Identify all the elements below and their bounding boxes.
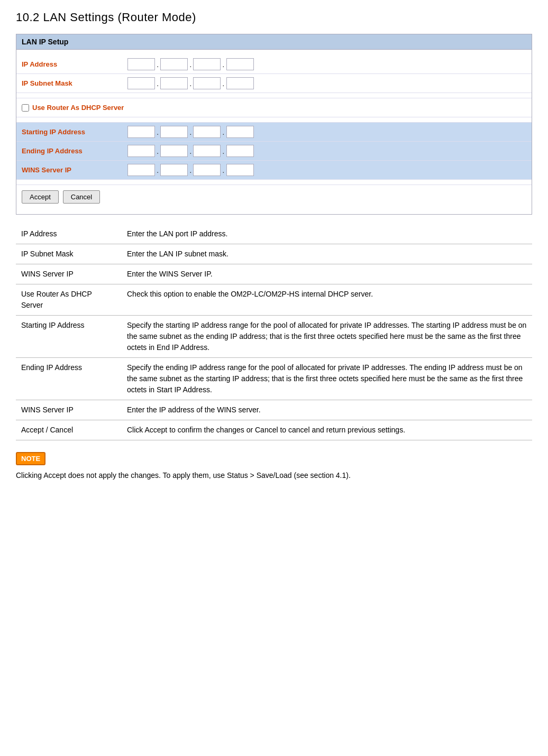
wins-octet-3[interactable]: 0 [193,164,221,176]
subnet-dot-1: . [155,79,160,88]
starting-dot-2: . [188,127,193,136]
ending-ip-octet-3[interactable]: 1 [193,145,221,157]
wins-octet-4[interactable]: 0 [226,164,254,176]
desc-term-4: Starting IP Address [16,316,122,358]
ending-dot-1: . [155,146,160,155]
desc-term-2: WINS Server IP [16,264,122,284]
ending-ip-octet-4[interactable]: 200 [226,145,254,157]
desc-definition-5: Specify the ending IP address range for … [122,358,532,400]
ending-dot-2: . [188,146,193,155]
desc-row-1: IP Subnet MaskEnter the LAN IP subnet ma… [16,244,532,264]
ip-address-octet-3[interactable]: 1 [193,58,221,70]
ending-ip-inputs: 192 . 168 . 1 . 200 [127,145,254,157]
dhcp-checkbox[interactable] [22,104,29,112]
desc-term-7: Accept / Cancel [16,420,122,440]
desc-definition-2: Enter the WINS Server IP. [122,264,532,284]
desc-row-2: WINS Server IPEnter the WINS Server IP. [16,264,532,284]
desc-row-4: Starting IP AddressSpecify the starting … [16,316,532,358]
ip-address-octet-1[interactable]: 192 [127,58,155,70]
subnet-dot-2: . [188,79,193,88]
wins-server-label: WINS Server IP [22,166,127,174]
page-title: 10.2 LAN Settings (Router Mode) [16,11,532,24]
wins-octet-2[interactable]: 0 [160,164,188,176]
wins-octet-1[interactable]: 0 [127,164,155,176]
desc-definition-0: Enter the LAN port IP address. [122,224,532,244]
desc-row-7: Accept / CancelClick Accept to confirm t… [16,420,532,440]
note-icon-row: NOTE [16,452,45,465]
ip-dot-1: . [155,60,160,69]
subnet-octet-2[interactable]: 255 [160,77,188,89]
starting-ip-octet-2[interactable]: 168 [160,126,188,138]
wins-server-inputs: 0 . 0 . 0 . 0 [127,164,254,176]
note-text: Clicking Accept does not apply the chang… [16,469,532,481]
desc-row-6: WINS Server IP Enter the IP address of t… [16,400,532,420]
desc-definition-1: Enter the LAN IP subnet mask. [122,244,532,264]
subnet-octet-4[interactable]: 0 [226,77,254,89]
wins-server-row: WINS Server IP 0 . 0 . 0 . 0 [16,161,532,180]
wins-dot-3: . [221,165,226,174]
desc-term-3: Use Router As DHCP Server [16,284,122,316]
ending-ip-octet-2[interactable]: 168 [160,145,188,157]
ip-address-row: IP Address 192 . 168 . 1 . 1 [16,55,532,74]
ip-dot-2: . [188,60,193,69]
starting-ip-row: Starting IP Address 192 . 168 . 1 . 100 [16,123,532,142]
lan-ip-setup-panel: LAN IP Setup IP Address 192 . 168 . 1 . … [16,34,532,215]
desc-row-5: Ending IP AddressSpecify the ending IP a… [16,358,532,400]
ending-ip-row: Ending IP Address 192 . 168 . 1 . 200 [16,142,532,161]
spacer-1 [16,93,532,98]
ending-ip-label: Ending IP Address [22,147,127,155]
subnet-mask-label: IP Subnet Mask [22,79,127,87]
ip-address-octet-4[interactable]: 1 [226,58,254,70]
desc-definition-7: Click Accept to confirm the changes or C… [122,420,532,440]
wins-dot-1: . [155,165,160,174]
ip-address-label: IP Address [22,60,127,68]
subnet-octet-3[interactable]: 255 [193,77,221,89]
desc-term-5: Ending IP Address [16,358,122,400]
ending-ip-octet-1[interactable]: 192 [127,145,155,157]
starting-ip-octet-3[interactable]: 1 [193,126,221,138]
starting-dot-1: . [155,127,160,136]
desc-row-0: IP AddressEnter the LAN port IP address. [16,224,532,244]
starting-ip-octet-1[interactable]: 192 [127,126,155,138]
spacer-3 [16,180,532,185]
cancel-button[interactable]: Cancel [63,190,100,204]
ip-address-inputs: 192 . 168 . 1 . 1 [127,58,254,70]
dhcp-label: Use Router As DHCP Server [32,104,124,112]
desc-definition-4: Specify the starting IP address range fo… [122,316,532,358]
accept-button[interactable]: Accept [22,190,59,204]
starting-ip-label: Starting IP Address [22,128,127,136]
subnet-dot-3: . [221,79,226,88]
desc-definition-3: Check this option to enable the OM2P-LC/… [122,284,532,316]
note-section: NOTE [16,452,532,465]
desc-term-6: WINS Server IP [16,400,122,420]
ending-dot-3: . [221,146,226,155]
desc-row-3: Use Router As DHCP ServerCheck this opti… [16,284,532,316]
button-row: Accept Cancel [16,185,532,209]
starting-ip-octet-4[interactable]: 100 [226,126,254,138]
subnet-mask-row: IP Subnet Mask 255 . 255 . 255 . 0 [16,74,532,93]
ip-dot-3: . [221,60,226,69]
description-table: IP AddressEnter the LAN port IP address.… [16,224,532,440]
wins-dot-2: . [188,165,193,174]
desc-term-0: IP Address [16,224,122,244]
subnet-mask-inputs: 255 . 255 . 255 . 0 [127,77,254,89]
desc-term-1: IP Subnet Mask [16,244,122,264]
panel-body: IP Address 192 . 168 . 1 . 1 IP Subnet M… [16,50,532,214]
ip-address-octet-2[interactable]: 168 [160,58,188,70]
starting-dot-3: . [221,127,226,136]
spacer-2 [16,117,532,123]
note-badge: NOTE [16,452,45,465]
starting-ip-inputs: 192 . 168 . 1 . 100 [127,126,254,138]
desc-definition-6: Enter the IP address of the WINS server. [122,400,532,420]
subnet-octet-1[interactable]: 255 [127,77,155,89]
dhcp-checkbox-row: Use Router As DHCP Server [16,98,532,117]
panel-header: LAN IP Setup [16,34,532,50]
